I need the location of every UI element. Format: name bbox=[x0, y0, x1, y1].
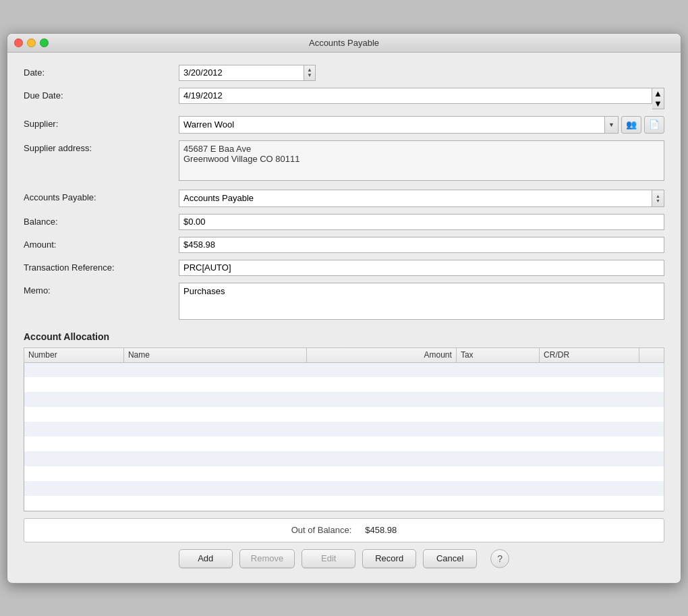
chevron-down-icon: ▼ bbox=[608, 121, 614, 128]
title-bar: Accounts Payable bbox=[7, 34, 681, 53]
supplier-address-control bbox=[179, 140, 664, 183]
supplier-input[interactable] bbox=[179, 116, 605, 134]
table-row bbox=[24, 377, 664, 392]
due-date-row: Due Date: ▲ ▼ bbox=[24, 88, 664, 109]
balance-control bbox=[179, 214, 664, 230]
allocation-section-title: Account Allocation bbox=[24, 331, 664, 342]
table-row bbox=[24, 422, 664, 437]
close-button[interactable] bbox=[14, 38, 23, 47]
out-of-balance-label: Out of Balance: bbox=[291, 525, 352, 535]
cancel-button[interactable]: Cancel bbox=[423, 549, 477, 568]
help-button[interactable]: ? bbox=[490, 549, 509, 568]
page-icon: 📄 bbox=[649, 119, 660, 130]
supplier-address-row: Supplier address: bbox=[24, 140, 664, 183]
supplier-row: Supplier: ▼ 👥 📄 bbox=[24, 116, 664, 134]
table-row bbox=[24, 496, 664, 511]
main-window: Accounts Payable Date: ▲ ▼ Due Date: bbox=[7, 33, 681, 584]
form-content: Date: ▲ ▼ Due Date: ▲ ▼ bbox=[7, 53, 681, 583]
table-row bbox=[24, 481, 664, 496]
due-date-label: Due Date: bbox=[24, 88, 179, 101]
table-row bbox=[24, 392, 664, 407]
table-row bbox=[24, 362, 664, 377]
supplier-label: Supplier: bbox=[24, 116, 179, 129]
supplier-address-label: Supplier address: bbox=[24, 140, 179, 153]
supplier-people-button[interactable]: 👥 bbox=[621, 116, 641, 134]
allocation-table: Number Name Amount Tax CR/DR bbox=[24, 347, 664, 511]
date-row: Date: ▲ ▼ bbox=[24, 65, 664, 81]
record-button[interactable]: Record bbox=[362, 549, 416, 568]
accounts-payable-spinner[interactable]: ▲ ▼ bbox=[652, 190, 664, 207]
supplier-control: ▼ 👥 📄 bbox=[179, 116, 664, 134]
memo-row: Memo: bbox=[24, 283, 664, 322]
supplier-dropdown-button[interactable]: ▼ bbox=[605, 116, 619, 134]
memo-label: Memo: bbox=[24, 283, 179, 296]
due-spinner-up-icon: ▲ bbox=[654, 88, 662, 99]
table-row bbox=[24, 466, 664, 481]
minimize-button[interactable] bbox=[27, 38, 36, 47]
memo-control bbox=[179, 283, 664, 322]
col-crdr: CR/DR bbox=[540, 347, 639, 362]
ap-spinner-up: ▲ bbox=[656, 194, 660, 198]
remove-button[interactable]: Remove bbox=[239, 549, 295, 568]
transaction-ref-label: Transaction Reference: bbox=[24, 260, 179, 273]
memo-field[interactable] bbox=[179, 283, 664, 320]
people-icon: 👥 bbox=[626, 119, 637, 130]
col-extra bbox=[639, 347, 664, 362]
accounts-payable-label: Accounts Payable: bbox=[24, 190, 179, 202]
due-date-wrap: ▲ ▼ bbox=[179, 88, 664, 109]
col-name: Name bbox=[123, 347, 306, 362]
transaction-ref-row: Transaction Reference: bbox=[24, 260, 664, 276]
table-row bbox=[24, 437, 664, 451]
out-of-balance-bar: Out of Balance: $458.98 bbox=[24, 518, 664, 542]
transaction-ref-input[interactable] bbox=[179, 260, 664, 276]
balance-input[interactable] bbox=[179, 214, 664, 230]
date-label: Date: bbox=[24, 65, 179, 78]
traffic-lights bbox=[14, 38, 49, 47]
spinner-down-icon: ▼ bbox=[307, 73, 312, 78]
transaction-ref-control bbox=[179, 260, 664, 276]
col-tax: Tax bbox=[456, 347, 539, 362]
date-spinner[interactable]: ▲ ▼ bbox=[304, 65, 316, 81]
table-header-row: Number Name Amount Tax CR/DR bbox=[24, 347, 664, 362]
add-button[interactable]: Add bbox=[179, 549, 233, 568]
supplier-row-inner: ▼ 👥 📄 bbox=[179, 116, 664, 134]
edit-button[interactable]: Edit bbox=[302, 549, 355, 568]
date-field-wrap: ▲ ▼ bbox=[179, 65, 327, 81]
due-spinner-down-icon: ▼ bbox=[654, 99, 662, 109]
amount-label: Amount: bbox=[24, 237, 179, 250]
ap-spinner-down: ▼ bbox=[656, 198, 660, 203]
accounts-payable-row: Accounts Payable: ▲ ▼ bbox=[24, 190, 664, 207]
supplier-select-wrap: ▼ bbox=[179, 116, 619, 134]
supplier-address-field[interactable] bbox=[179, 140, 664, 181]
col-amount: Amount bbox=[307, 347, 457, 362]
maximize-button[interactable] bbox=[40, 38, 49, 47]
accounts-payable-select[interactable] bbox=[179, 190, 652, 207]
due-date-input[interactable] bbox=[179, 88, 652, 104]
amount-control bbox=[179, 237, 664, 253]
button-row: Add Remove Edit Record Cancel ? bbox=[24, 549, 664, 573]
table-row bbox=[24, 451, 664, 466]
due-date-spinner[interactable]: ▲ ▼ bbox=[652, 88, 664, 109]
accounts-payable-control: ▲ ▼ bbox=[179, 190, 664, 207]
date-input[interactable] bbox=[179, 65, 304, 81]
supplier-page-button[interactable]: 📄 bbox=[644, 116, 664, 134]
balance-label: Balance: bbox=[24, 214, 179, 227]
table-row bbox=[24, 407, 664, 422]
col-number: Number bbox=[24, 347, 124, 362]
amount-input[interactable] bbox=[179, 237, 664, 253]
accounts-select-wrap: ▲ ▼ bbox=[179, 190, 664, 207]
window-title: Accounts Payable bbox=[309, 38, 379, 48]
out-of-balance-value: $458.98 bbox=[365, 525, 397, 535]
date-control: ▲ ▼ bbox=[179, 65, 664, 81]
balance-row: Balance: bbox=[24, 214, 664, 230]
due-date-control: ▲ ▼ bbox=[179, 88, 664, 109]
amount-row: Amount: bbox=[24, 237, 664, 253]
